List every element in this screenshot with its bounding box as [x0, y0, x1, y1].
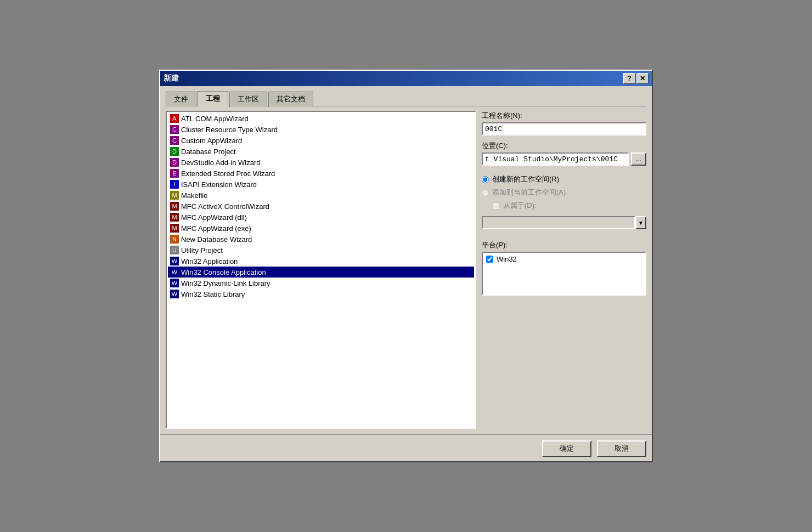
- mfcdll-icon: M: [170, 213, 179, 222]
- custom-icon: C: [170, 136, 179, 145]
- radio-new-workspace-label[interactable]: 创建新的工作空间(R): [492, 174, 559, 184]
- list-item-win32con[interactable]: W Win32 Console Application: [168, 267, 474, 278]
- win32app-label: Win32 Application: [181, 257, 238, 265]
- mfcexe-label: MFC AppWizard (exe): [181, 224, 251, 233]
- platform-item-win32: Win32: [484, 254, 644, 264]
- cluster-icon: C: [170, 125, 179, 134]
- list-item-mfcdll[interactable]: M MFC AppWizard (dll): [168, 212, 474, 223]
- tabs-container: 文件 工程 工作区 其它文档: [166, 90, 646, 106]
- ok-button[interactable]: 确定: [542, 440, 591, 457]
- stored-label: Extended Stored Proc Wizard: [181, 169, 275, 178]
- help-button[interactable]: ?: [623, 73, 635, 84]
- utility-label: Utility Project: [181, 246, 223, 254]
- title-bar: 新建 ? ✕: [160, 71, 652, 86]
- tab-other[interactable]: 其它文档: [268, 92, 313, 107]
- makefile-label: Makefile: [181, 191, 207, 200]
- newdb-icon: N: [170, 235, 179, 244]
- radio-new-workspace[interactable]: [482, 176, 489, 183]
- project-list[interactable]: A ATL COM AppWizard C Cluster Resource T…: [166, 111, 476, 429]
- platform-win32-checkbox[interactable]: [486, 256, 493, 263]
- mfcdll-label: MFC AppWizard (dll): [181, 213, 247, 222]
- project-name-section: 工程名称(N):: [482, 111, 646, 135]
- list-item-makefile[interactable]: M Makefile: [168, 190, 474, 201]
- cluster-label: Cluster Resource Type Wizard: [181, 126, 278, 134]
- atl-com-icon: A: [170, 114, 179, 123]
- dependency-combo-row: ▼: [482, 216, 646, 229]
- location-label: 位置(C):: [482, 141, 646, 151]
- dependency-combo-arrow[interactable]: ▼: [635, 216, 646, 229]
- list-item-newdb[interactable]: N New Database Wizard: [168, 234, 474, 245]
- platform-label: 平台(P):: [482, 240, 646, 250]
- cancel-button[interactable]: 取消: [597, 440, 646, 457]
- list-item-mfcexe[interactable]: M MFC AppWizard (exe): [168, 223, 474, 234]
- radio-add-workspace[interactable]: [482, 189, 489, 196]
- list-item-database[interactable]: D Database Project: [168, 146, 474, 157]
- mfcax-label: MFC ActiveX ControlWizard: [181, 202, 269, 211]
- platform-section: 平台(P): Win32: [482, 240, 646, 296]
- project-name-label: 工程名称(N):: [482, 111, 646, 121]
- dependency-row: 从属于(D):: [493, 201, 646, 211]
- win32con-icon: W: [170, 268, 179, 276]
- platform-list[interactable]: Win32: [482, 252, 646, 296]
- stored-icon: E: [170, 169, 179, 178]
- workspace-options: 创建新的工作空间(R) 添加到当前工作空间(A) 从属于(D): ▼: [482, 174, 646, 229]
- atl-com-label: ATL COM AppWizard: [181, 115, 249, 123]
- isapi-label: ISAPI Extension Wizard: [181, 180, 257, 189]
- platform-win32-label: Win32: [497, 255, 517, 263]
- list-item-utility[interactable]: U Utility Project: [168, 245, 474, 256]
- list-item-stored[interactable]: E Extended Stored Proc Wizard: [168, 168, 474, 179]
- dialog-body: 文件 工程 工作区 其它文档 A ATL COM AppWizard C Clu…: [160, 86, 652, 434]
- newdb-label: New Database Wizard: [181, 235, 252, 244]
- win32con-label: Win32 Console Application: [181, 268, 266, 276]
- list-item-atl-com[interactable]: A ATL COM AppWizard: [168, 113, 474, 124]
- win32lib-label: Win32 Static Library: [181, 290, 245, 298]
- radio-add-workspace-label: 添加到当前工作空间(A): [492, 188, 566, 197]
- dependency-input[interactable]: [482, 216, 635, 229]
- tab-project[interactable]: 工程: [198, 91, 228, 106]
- list-item-win32lib[interactable]: W Win32 Static Library: [168, 288, 474, 299]
- utility-icon: U: [170, 246, 179, 254]
- list-item-cluster[interactable]: C Cluster Resource Type Wizard: [168, 124, 474, 135]
- isapi-icon: I: [170, 180, 179, 189]
- dependency-label: 从属于(D):: [503, 201, 537, 211]
- title-bar-buttons: ? ✕: [623, 73, 649, 84]
- location-input[interactable]: [482, 152, 629, 166]
- tab-workspace[interactable]: 工作区: [229, 92, 267, 107]
- devstudio-label: DevStudio Add-in Wizard: [181, 159, 261, 167]
- win32lib-icon: W: [170, 290, 179, 298]
- win32dll-icon: W: [170, 279, 179, 287]
- list-item-win32dll[interactable]: W Win32 Dynamic-Link Library: [168, 278, 474, 288]
- dependency-checkbox[interactable]: [493, 202, 500, 210]
- list-item-custom[interactable]: C Custom AppWizard: [168, 135, 474, 146]
- browse-button[interactable]: ...: [631, 152, 646, 166]
- database-icon: D: [170, 147, 179, 156]
- location-row: ...: [482, 152, 646, 166]
- location-section: 位置(C): ...: [482, 141, 646, 166]
- mfcexe-icon: M: [170, 224, 179, 233]
- makefile-icon: M: [170, 191, 179, 200]
- custom-label: Custom AppWizard: [181, 137, 242, 145]
- content-area: A ATL COM AppWizard C Cluster Resource T…: [166, 111, 646, 429]
- database-label: Database Project: [181, 148, 236, 156]
- list-item-mfcax[interactable]: M MFC ActiveX ControlWizard: [168, 201, 474, 212]
- tab-file[interactable]: 文件: [166, 92, 196, 107]
- win32dll-label: Win32 Dynamic-Link Library: [181, 279, 270, 287]
- new-dialog: 新建 ? ✕ 文件 工程 工作区 其它文档 A ATL COM AppWizar…: [159, 70, 653, 462]
- list-item-isapi[interactable]: I ISAPI Extension Wizard: [168, 179, 474, 190]
- win32app-icon: W: [170, 257, 179, 265]
- close-button[interactable]: ✕: [636, 73, 649, 84]
- list-item-win32app[interactable]: W Win32 Application: [168, 256, 474, 267]
- project-name-input[interactable]: [482, 122, 646, 135]
- bottom-buttons: 确定 取消: [160, 434, 652, 461]
- title-bar-text: 新建: [163, 73, 179, 83]
- devstudio-icon: D: [170, 158, 179, 167]
- right-panel: 工程名称(N): 位置(C): ... 创建新的工作空间(R): [482, 111, 646, 429]
- radio-new-workspace-row: 创建新的工作空间(R): [482, 174, 646, 184]
- radio-add-workspace-row: 添加到当前工作空间(A): [482, 188, 646, 197]
- list-item-devstudio[interactable]: D DevStudio Add-in Wizard: [168, 157, 474, 168]
- dialog-title: 新建: [163, 73, 179, 83]
- mfcax-icon: M: [170, 202, 179, 211]
